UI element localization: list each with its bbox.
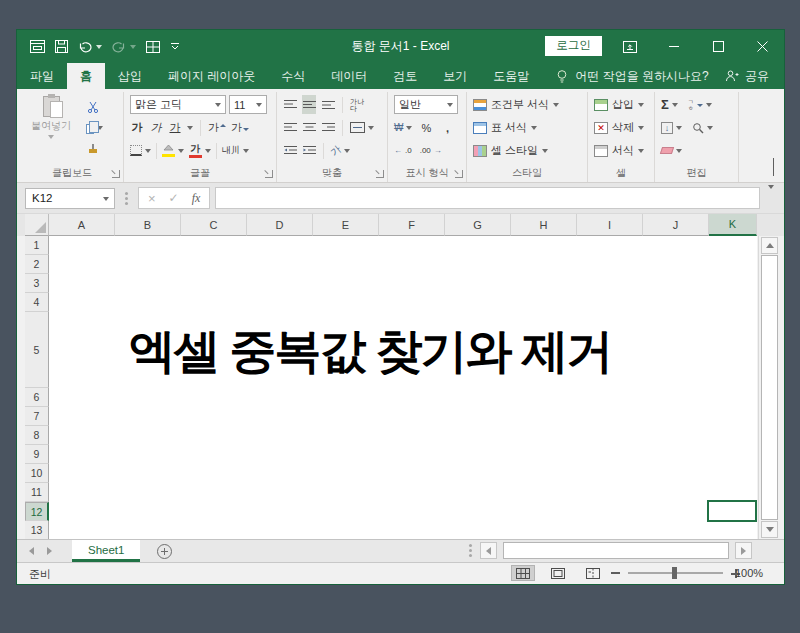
cancel-button[interactable]: × [148, 191, 156, 206]
borders-button[interactable] [130, 141, 151, 160]
phonetic-button[interactable]: 내川 [222, 141, 249, 160]
row-header-7[interactable]: 7 [25, 407, 49, 426]
decrease-indent-button[interactable] [283, 141, 297, 160]
font-color-button[interactable]: 가 [189, 141, 211, 160]
login-button[interactable]: 로그인 [545, 36, 602, 56]
top-align-button[interactable] [283, 95, 297, 114]
shrink-font-button[interactable]: 가 [231, 118, 249, 137]
normal-view-button[interactable] [511, 565, 535, 581]
column-header-d[interactable]: D [247, 214, 313, 236]
customize-qat-chevron-icon[interactable] [170, 42, 180, 51]
font-dialog-launcher[interactable] [265, 170, 273, 178]
copy-button[interactable] [82, 118, 103, 137]
tab-file[interactable]: 파일 [17, 63, 67, 89]
selected-cell-k12[interactable] [707, 500, 757, 522]
next-sheet-button[interactable] [47, 547, 56, 555]
number-format-select[interactable]: 일반 [394, 95, 458, 114]
tell-me-search[interactable]: 어떤 작업을 원하시나요? [556, 63, 708, 89]
maximize-button[interactable] [696, 30, 740, 63]
row-header-4[interactable]: 4 [25, 293, 49, 312]
redo-button[interactable] [112, 37, 136, 56]
tab-formulas[interactable]: 수식 [268, 63, 318, 89]
undo-button[interactable] [78, 37, 102, 56]
fill-button[interactable]: ↓ [661, 118, 682, 137]
wrap-text-button[interactable]: 가나다 [350, 95, 367, 114]
row-header-5[interactable]: 5 [25, 312, 49, 388]
scroll-right-button[interactable] [735, 542, 752, 559]
tab-data[interactable]: 데이터 [318, 63, 380, 89]
column-header-b[interactable]: B [115, 214, 181, 236]
fill-color-button[interactable] [162, 141, 184, 160]
zoom-percentage[interactable]: 100% [735, 567, 763, 579]
sheet-tab-sheet1[interactable]: Sheet1 [72, 540, 140, 562]
expand-formula-bar-icon[interactable] [768, 189, 774, 207]
column-header-a[interactable]: A [49, 214, 115, 236]
prev-sheet-button[interactable] [25, 547, 34, 555]
enter-button[interactable]: ✓ [169, 191, 179, 205]
tab-page-layout[interactable]: 페이지 레이아웃 [155, 63, 268, 89]
minimize-button[interactable] [652, 30, 696, 63]
find-select-button[interactable] [692, 118, 713, 137]
zoom-out-button[interactable] [611, 572, 620, 574]
underline-dropdown-icon[interactable] [187, 126, 193, 133]
align-left-button[interactable] [283, 118, 297, 137]
format-as-table-button[interactable]: 표 서식 [473, 118, 537, 137]
decrease-decimal-button[interactable]: .00→ [420, 141, 442, 160]
font-name-select[interactable]: 맑은 고딕 [130, 95, 226, 114]
horizontal-scrollbar[interactable] [467, 542, 752, 559]
underline-button[interactable]: 가 [168, 118, 182, 137]
format-cells-button[interactable]: 서식 [594, 141, 644, 160]
column-header-e[interactable]: E [313, 214, 379, 236]
tab-help[interactable]: 도움말 [480, 63, 542, 89]
delete-cells-button[interactable]: ✕ 삭제 [594, 118, 644, 137]
table-grid-icon[interactable] [146, 41, 160, 53]
tab-home[interactable]: 홈 [67, 63, 105, 89]
increase-decimal-button[interactable]: ←.0 [394, 141, 412, 160]
horizontal-scroll-thumb[interactable] [503, 542, 729, 559]
page-layout-view-button[interactable] [546, 565, 570, 581]
row-header-2[interactable]: 2 [25, 255, 49, 274]
autosum-button[interactable]: Σ [661, 95, 678, 114]
scroll-down-button[interactable] [761, 521, 778, 538]
clipboard-dialog-launcher[interactable] [112, 170, 120, 178]
conditional-formatting-button[interactable]: 조건부 서식 [473, 95, 559, 114]
select-all-button[interactable] [25, 214, 49, 236]
scroll-left-button[interactable] [480, 542, 497, 559]
alignment-dialog-launcher[interactable] [376, 170, 384, 178]
row-header-11[interactable]: 11 [25, 483, 49, 502]
column-header-f[interactable]: F [379, 214, 445, 236]
column-header-g[interactable]: G [445, 214, 511, 236]
sort-filter-button[interactable]: ㄱㅎ [688, 95, 712, 114]
paste-button[interactable]: 붙여넣기 [27, 93, 75, 158]
number-dialog-launcher[interactable] [455, 170, 463, 178]
column-header-i[interactable]: I [577, 214, 643, 236]
column-header-c[interactable]: C [181, 214, 247, 236]
row-header-10[interactable]: 10 [25, 464, 49, 483]
row-header-12-selected[interactable]: 12 [25, 502, 49, 521]
row-header-13[interactable]: 13 [25, 521, 49, 539]
increase-indent-button[interactable] [302, 141, 316, 160]
column-header-h[interactable]: H [511, 214, 577, 236]
column-header-k-selected[interactable]: K [709, 214, 757, 236]
new-sheet-button[interactable] [157, 544, 172, 559]
paste-dropdown-icon[interactable] [48, 135, 54, 142]
accounting-format-button[interactable]: ₩ [394, 118, 412, 137]
middle-align-button[interactable] [302, 95, 316, 114]
row-header-6[interactable]: 6 [25, 388, 49, 407]
formula-input[interactable] [215, 187, 760, 209]
bold-button[interactable]: 가 [130, 118, 144, 137]
cut-button[interactable] [82, 97, 103, 116]
orientation-button[interactable]: 가 [331, 141, 350, 160]
grow-font-button[interactable]: 가 [208, 118, 226, 137]
italic-button[interactable]: 가 [149, 118, 163, 137]
tab-insert[interactable]: 삽입 [105, 63, 155, 89]
formula-bar-resize-handle[interactable] [125, 197, 128, 200]
row-header-1[interactable]: 1 [25, 236, 49, 255]
zoom-slider-track[interactable] [628, 572, 723, 574]
share-button[interactable]: 공유 [725, 63, 784, 89]
redo-dropdown-icon[interactable] [130, 45, 136, 52]
save-button[interactable] [55, 40, 68, 53]
tab-view[interactable]: 보기 [430, 63, 480, 89]
row-header-9[interactable]: 9 [25, 445, 49, 464]
collapse-ribbon-button[interactable] [773, 158, 774, 176]
